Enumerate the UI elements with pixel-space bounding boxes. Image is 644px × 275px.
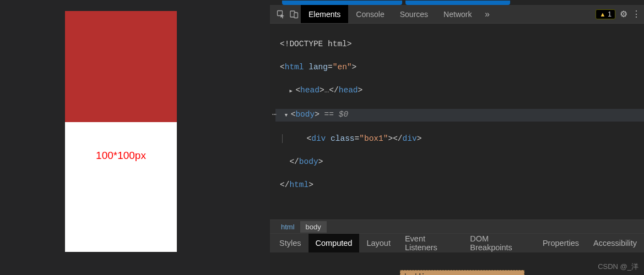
- device-frame: 100*100px: [65, 11, 177, 252]
- tab-bar: Elements Console Sources Network » ▲ 1 ⚙…: [270, 5, 644, 24]
- devtools-panel: Elements Console Sources Network » ▲ 1 ⚙…: [270, 0, 644, 275]
- preview-caption: 100*100px: [65, 150, 177, 162]
- dom-selected-row[interactable]: <body> == $0: [275, 109, 644, 122]
- crumb-html[interactable]: html: [275, 221, 300, 233]
- breadcrumb: html body: [270, 219, 644, 234]
- more-tabs-icon[interactable]: »: [479, 5, 495, 23]
- styles-tab-bar: Styles Computed Layout Event Listeners D…: [270, 234, 644, 252]
- rendered-box: [65, 11, 177, 122]
- preview-pane: 100*100px: [0, 0, 270, 275]
- caret-down-icon[interactable]: [285, 109, 291, 122]
- subtab-styles[interactable]: Styles: [272, 234, 309, 252]
- dom-doctype: <!DOCTYPE html>: [280, 40, 352, 48]
- padding-label: padding: [404, 272, 434, 275]
- computed-panel: margin - - - border - - - padding - - - …: [270, 252, 644, 275]
- device-toggle-icon[interactable]: [288, 5, 301, 23]
- info-bar-2: [405, 1, 510, 5]
- kebab-icon[interactable]: ⋮: [632, 9, 641, 19]
- info-bar-1: [282, 1, 402, 5]
- inspect-icon[interactable]: [274, 5, 288, 23]
- subtab-accessibility[interactable]: Accessibility: [586, 234, 644, 252]
- box-model[interactable]: margin - - - border - - - padding - - - …: [400, 270, 524, 275]
- subtab-event-listeners[interactable]: Event Listeners: [398, 234, 463, 252]
- crumb-body[interactable]: body: [300, 221, 327, 233]
- gear-icon[interactable]: ⚙: [620, 9, 627, 19]
- warning-count: 1: [608, 10, 611, 18]
- box-model-margin[interactable]: margin - - - border - - - padding - - - …: [400, 270, 524, 275]
- tab-network[interactable]: Network: [436, 5, 479, 23]
- warning-icon: ▲: [599, 11, 605, 18]
- watermark: CSDN @_洋: [598, 262, 638, 272]
- tab-elements[interactable]: Elements: [301, 5, 348, 23]
- tab-sources[interactable]: Sources: [392, 5, 436, 23]
- svg-rect-2: [294, 13, 298, 18]
- subtab-properties[interactable]: Properties: [535, 234, 586, 252]
- warning-badge[interactable]: ▲ 1: [596, 9, 615, 19]
- top-strip: [270, 0, 644, 5]
- tab-console[interactable]: Console: [348, 5, 392, 23]
- dom-tree[interactable]: <!DOCTYPE html> <html lang="en"> <head>……: [270, 24, 644, 219]
- subtab-layout[interactable]: Layout: [359, 234, 398, 252]
- subtab-computed[interactable]: Computed: [309, 234, 360, 252]
- subtab-dom-breakpoints[interactable]: DOM Breakpoints: [463, 234, 535, 252]
- caret-icon[interactable]: [289, 85, 295, 97]
